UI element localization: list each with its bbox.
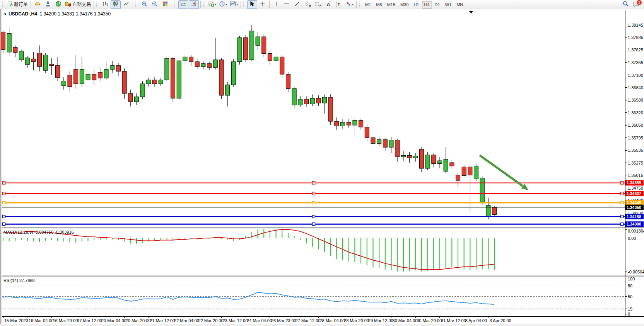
chart-shift-button[interactable] xyxy=(189,0,199,9)
arrows-tool-icon xyxy=(345,1,352,8)
svg-text:1.36060: 1.36060 xyxy=(628,123,643,127)
svg-text:1.34445: 1.34445 xyxy=(627,200,641,205)
svg-text:1.34158: 1.34158 xyxy=(627,214,641,219)
price-chart-canvas[interactable]: 1.381451.378851.376251.373651.371001.368… xyxy=(0,9,644,326)
search-icon[interactable] xyxy=(622,0,629,9)
clock-icon xyxy=(219,1,225,8)
periods-button[interactable]: ▾ xyxy=(218,0,228,9)
svg-text:1.34859: 1.34859 xyxy=(627,180,641,185)
indicators-button[interactable]: ▾ xyxy=(207,0,217,9)
arrows-tool-button[interactable]: ▾ xyxy=(344,0,355,9)
new-order-button[interactable]: 新订单 xyxy=(6,0,29,9)
chevron-down-icon: ▾ xyxy=(225,3,227,6)
cursor-tool-button[interactable] xyxy=(247,0,257,9)
gold-ingot-icon xyxy=(34,1,41,8)
svg-text:1.37885: 1.37885 xyxy=(628,35,643,40)
notification-badge: 1 xyxy=(637,0,642,5)
chart-title: ▼USDCAD-,H4 1.34200 1.34381 1.34176 1.34… xyxy=(3,11,111,17)
toolbar-grip[interactable] xyxy=(203,2,205,7)
svg-text:1.34000: 1.34000 xyxy=(627,222,641,226)
separator xyxy=(356,1,357,8)
svg-text:29 Mar 12:00: 29 Mar 12:00 xyxy=(368,318,393,323)
svg-text:50: 50 xyxy=(628,294,632,299)
text-label-tool-button[interactable]: T xyxy=(334,0,344,9)
chart-dropdown-caret[interactable]: ▼ xyxy=(3,12,7,16)
macd-label: MACD(12,26,9) -0.004756 -0.003916 xyxy=(3,230,74,234)
candlestick-mode-button[interactable] xyxy=(111,0,121,9)
toolbar-grip[interactable] xyxy=(96,2,98,7)
horizontal-line-icon xyxy=(284,1,290,8)
svg-text:1.34350: 1.34350 xyxy=(627,205,641,210)
toolbar-grip[interactable] xyxy=(359,2,361,7)
zoom-in-icon xyxy=(141,1,147,8)
separator xyxy=(133,1,133,8)
profile-button[interactable] xyxy=(43,0,53,9)
trendline-tool-button[interactable] xyxy=(292,0,302,9)
svg-text:0.001304: 0.001304 xyxy=(628,229,644,233)
timeframe-button-W1[interactable]: W1 xyxy=(443,1,454,8)
chart-shift-icon xyxy=(191,1,197,8)
bar-chart-mode-button[interactable] xyxy=(100,0,110,9)
fibonacci-tool-button[interactable]: F xyxy=(313,0,323,9)
toolbar-grip[interactable] xyxy=(2,2,4,7)
svg-text:16 Mar 20:00: 16 Mar 20:00 xyxy=(53,318,78,323)
vertical-line-tool-button[interactable] xyxy=(271,0,281,9)
line-chart-mode-button[interactable] xyxy=(121,0,131,9)
channel-tool-button[interactable]: E xyxy=(302,0,313,9)
timeframe-button-M1[interactable]: M1 xyxy=(363,1,373,8)
text-label-glyph: T xyxy=(337,2,342,7)
signals-button[interactable] xyxy=(53,0,63,9)
svg-text:15: 15 xyxy=(628,307,632,311)
timeframe-button-M5[interactable]: M5 xyxy=(374,1,384,8)
timeframe-button-M30[interactable]: M30 xyxy=(398,1,411,8)
separator xyxy=(269,1,270,8)
notifications-button[interactable]: 1 xyxy=(632,1,640,8)
gold-ingot-button[interactable] xyxy=(32,0,43,9)
templates-button[interactable]: ▾ xyxy=(229,0,239,9)
svg-text:3 Apr 20:00: 3 Apr 20:00 xyxy=(489,318,511,323)
autotrading-button[interactable]: 自动交易 xyxy=(64,0,92,9)
svg-text:30 Mar 04:00: 30 Mar 04:00 xyxy=(393,318,418,323)
auto-scroll-button[interactable] xyxy=(178,0,188,9)
svg-text:1.35015: 1.35015 xyxy=(628,173,643,178)
auto-scroll-icon xyxy=(180,1,186,8)
svg-text:26 Mar 23:00: 26 Mar 23:00 xyxy=(271,318,296,323)
crosshair-icon xyxy=(260,1,266,8)
text-tool-glyph: A xyxy=(327,2,330,7)
svg-text:28 Mar 04:00: 28 Mar 04:00 xyxy=(319,318,345,323)
svg-text:1.36840: 1.36840 xyxy=(628,85,643,90)
svg-text:23 Mar 12:00: 23 Mar 12:00 xyxy=(222,318,248,323)
timeframe-button-H1[interactable]: H1 xyxy=(411,1,421,8)
horizontal-line-tool-button[interactable] xyxy=(282,0,292,9)
line-chart-icon xyxy=(123,1,129,8)
zoom-out-button[interactable] xyxy=(150,0,160,9)
svg-text:20 Mar 20:00: 20 Mar 20:00 xyxy=(126,318,151,323)
timeframe-button-MN[interactable]: MN xyxy=(454,1,465,8)
candlestick-icon xyxy=(113,1,119,8)
zoom-in-button[interactable] xyxy=(139,0,149,9)
svg-text:16 Mar 04:00: 16 Mar 04:00 xyxy=(29,318,54,323)
bar-chart-icon xyxy=(102,1,108,8)
toolbar-grip[interactable] xyxy=(135,2,137,7)
svg-text:24 Mar 04:00: 24 Mar 04:00 xyxy=(247,318,272,323)
toolbar-grip[interactable] xyxy=(243,2,245,7)
svg-text:15 Mar 2023: 15 Mar 2023 xyxy=(4,318,28,323)
tile-windows-button[interactable] xyxy=(160,0,170,9)
trendline-icon xyxy=(294,1,300,8)
timeframe-button-M15[interactable]: M15 xyxy=(385,1,398,8)
timeframe-button-H4[interactable]: H4 xyxy=(422,1,432,8)
svg-text:1.35795: 1.35795 xyxy=(628,136,643,140)
text-tool-button[interactable]: A xyxy=(323,0,333,9)
zoom-out-icon xyxy=(152,1,158,8)
toolbar-grip[interactable] xyxy=(174,2,176,7)
signal-icon xyxy=(55,1,61,8)
tile-windows-icon xyxy=(162,1,168,8)
crosshair-tool-button[interactable] xyxy=(258,0,268,9)
timeframe-button-D1[interactable]: D1 xyxy=(432,1,442,8)
svg-text:31 Mar 12:00: 31 Mar 12:00 xyxy=(441,318,466,323)
cursor-icon xyxy=(249,1,255,8)
svg-text:1.34637: 1.34637 xyxy=(627,191,641,196)
svg-text:22 Mar 04:00: 22 Mar 04:00 xyxy=(174,318,199,323)
person-icon xyxy=(45,1,51,8)
svg-text:20 Mar 04:00: 20 Mar 04:00 xyxy=(101,318,126,323)
